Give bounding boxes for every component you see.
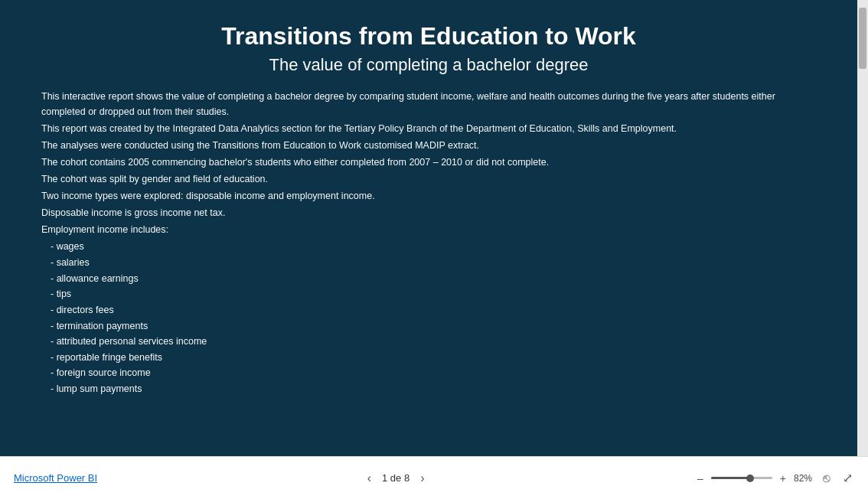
page-separator: de	[390, 472, 404, 484]
bottom-bar: Microsoft Power BI ‹ 1 de 8 › – + 82% ⎋ …	[0, 456, 868, 499]
para8: Employment income includes:	[41, 222, 816, 237]
page-current: 1	[382, 472, 387, 484]
powerbi-link[interactable]: Microsoft Power BI	[14, 472, 97, 484]
para5: The cohort was split by gender and field…	[41, 171, 816, 187]
zoom-out-button[interactable]: –	[694, 471, 706, 486]
share-icon[interactable]: ⎋	[821, 470, 832, 487]
scrollbar-thumb[interactable]	[859, 8, 866, 69]
list-item: - salaries	[41, 255, 816, 271]
intro-p2: This report was created by the Integrate…	[41, 121, 816, 136]
list-item: - reportable fringe benefits	[41, 350, 816, 366]
list-item: - termination payments	[41, 318, 816, 334]
zoom-slider-fill	[711, 477, 748, 479]
list-item: - directors fees	[41, 302, 816, 318]
page-info: 1 de 8	[382, 472, 410, 484]
para3: The analyses were conducted using the Tr…	[41, 138, 816, 153]
report-area: Transitions from Education to Work The v…	[0, 0, 857, 456]
report-body: This interactive report shows the value …	[41, 89, 816, 396]
list-item: - attributed personal services income	[41, 334, 816, 350]
page-total: 8	[404, 472, 410, 484]
zoom-control: – + 82% ⎋ ⤢	[694, 469, 854, 487]
report-title: Transitions from Education to Work	[41, 21, 816, 51]
para7: Disposable income is gross income net ta…	[41, 205, 816, 220]
list-item: - allowance earnings	[41, 271, 816, 287]
para4: The cohort contains 2005 commencing bach…	[41, 155, 816, 170]
para6: Two income types were explored: disposab…	[41, 188, 816, 204]
list-item: - foreign source income	[41, 365, 816, 381]
intro-p1: This interactive report shows the value …	[41, 89, 816, 119]
zoom-slider-track[interactable]	[711, 477, 772, 479]
scrollbar-track[interactable]	[857, 0, 868, 456]
zoom-slider-thumb	[746, 475, 754, 482]
zoom-in-button[interactable]: +	[777, 471, 789, 486]
report-subtitle: The value of completing a bachelor degre…	[41, 55, 816, 75]
income-list: - wages- salaries- allowance earnings- t…	[41, 239, 816, 396]
list-item: - tips	[41, 286, 816, 302]
list-item: - wages	[41, 239, 816, 255]
list-item: - lump sum payments	[41, 381, 816, 397]
report-inner: Transitions from Education to Work The v…	[0, 0, 857, 456]
expand-icon[interactable]: ⤢	[841, 469, 854, 487]
next-page-button[interactable]: ›	[416, 470, 429, 487]
main-content: Transitions from Education to Work The v…	[0, 0, 868, 456]
prev-page-button[interactable]: ‹	[363, 470, 376, 487]
pagination: ‹ 1 de 8 ›	[363, 470, 429, 487]
zoom-percent: 82%	[794, 473, 817, 484]
bottom-icons: ⎋ ⤢	[821, 469, 854, 487]
